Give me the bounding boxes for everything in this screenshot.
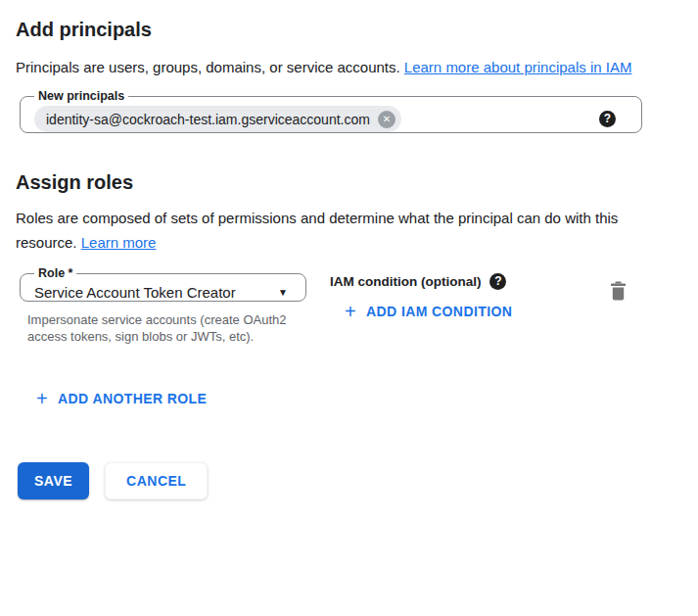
new-principals-label: New principals [34, 89, 128, 104]
delete-role-column [610, 281, 627, 305]
iam-condition-column: IAM condition (optional) ? + ADD IAM CON… [330, 266, 512, 320]
iam-condition-label-row: IAM condition (optional) ? [330, 273, 512, 290]
role-column: Role * Service Account Token Creator ▼ I… [16, 266, 306, 345]
add-another-role-button[interactable]: + ADD ANOTHER ROLE [36, 390, 682, 407]
role-select[interactable]: Role * Service Account Token Creator ▼ [20, 266, 306, 302]
chevron-down-icon: ▼ [278, 287, 288, 298]
save-button[interactable]: SAVE [18, 462, 89, 499]
role-row: Role * Service Account Token Creator ▼ I… [16, 266, 682, 345]
role-selected-value: Service Account Token Creator [34, 284, 236, 301]
role-label: Role * [34, 266, 76, 281]
roles-description: Roles are composed of sets of permission… [16, 206, 662, 255]
delete-role-button[interactable] [610, 281, 627, 304]
iam-condition-help-icon[interactable]: ? [489, 273, 506, 290]
principals-chip-row: identity-sa@cockroach-test.iam.gservicea… [32, 104, 629, 132]
add-iam-condition-label: ADD IAM CONDITION [366, 304, 512, 319]
iam-condition-label: IAM condition (optional) [330, 274, 481, 289]
cancel-button[interactable]: CANCEL [105, 462, 208, 499]
learn-more-principals-link[interactable]: Learn more about principals in IAM [404, 59, 632, 75]
new-principals-field[interactable]: New principals identity-sa@cockroach-tes… [20, 89, 642, 133]
role-helper-text: Impersonate service accounts (create OAu… [27, 311, 303, 345]
intro-text: Principals are users, groups, domains, o… [16, 59, 404, 75]
assign-roles-title: Assign roles [16, 170, 682, 194]
add-principals-panel: Add principals Principals are users, gro… [0, 0, 698, 499]
principal-chip-label: identity-sa@cockroach-test.iam.gservicea… [46, 112, 370, 127]
add-another-role-label: ADD ANOTHER ROLE [58, 391, 207, 406]
chip-remove-icon[interactable]: ✕ [378, 111, 396, 128]
trash-icon [610, 281, 627, 301]
page-title: Add principals [16, 18, 682, 41]
role-value-row[interactable]: Service Account Token Creator ▼ [32, 281, 294, 301]
add-iam-condition-button[interactable]: + ADD IAM CONDITION [345, 303, 512, 320]
roles-learn-more-link[interactable]: Learn more [81, 234, 157, 251]
principals-help-icon[interactable]: ? [599, 111, 616, 127]
footer-actions: SAVE CANCEL [18, 462, 682, 499]
intro-paragraph: Principals are users, groups, domains, o… [16, 55, 662, 79]
principal-chip: identity-sa@cockroach-test.iam.gservicea… [34, 106, 401, 132]
plus-icon: + [36, 390, 48, 407]
plus-icon: + [345, 303, 356, 320]
